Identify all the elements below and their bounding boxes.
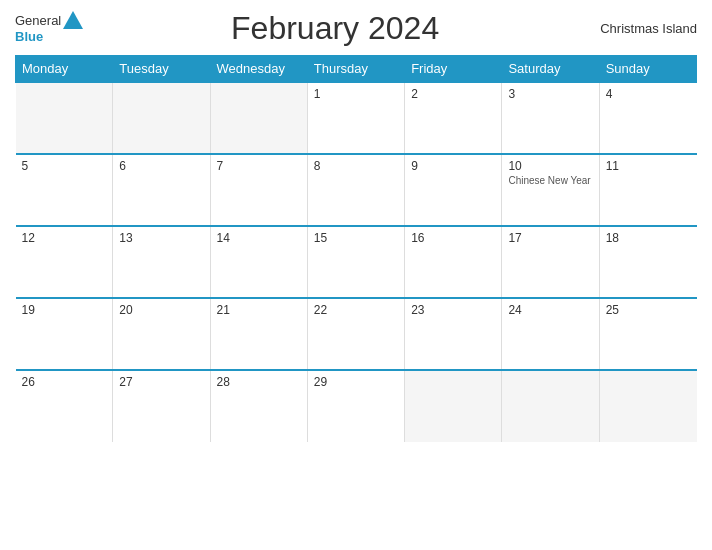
calendar-cell: 29 — [307, 370, 404, 442]
calendar-cell: 15 — [307, 226, 404, 298]
day-number: 18 — [606, 231, 691, 245]
calendar-cell: 7 — [210, 154, 307, 226]
calendar-cell: 18 — [599, 226, 696, 298]
calendar-cell: 8 — [307, 154, 404, 226]
calendar-cell: 11 — [599, 154, 696, 226]
calendar-cell — [113, 82, 210, 154]
day-number: 5 — [22, 159, 107, 173]
calendar-week-row: 26272829 — [16, 370, 697, 442]
header-thursday: Thursday — [307, 56, 404, 83]
day-number: 26 — [22, 375, 107, 389]
calendar-cell: 24 — [502, 298, 599, 370]
day-number: 20 — [119, 303, 203, 317]
calendar-header: General Blue February 2024 Christmas Isl… — [15, 10, 697, 47]
day-number: 2 — [411, 87, 495, 101]
day-number: 4 — [606, 87, 691, 101]
day-number: 12 — [22, 231, 107, 245]
calendar-cell: 3 — [502, 82, 599, 154]
calendar-week-row: 1234 — [16, 82, 697, 154]
calendar-week-row: 5678910Chinese New Year11 — [16, 154, 697, 226]
calendar-cell: 5 — [16, 154, 113, 226]
calendar-cell: 1 — [307, 82, 404, 154]
header-sunday: Sunday — [599, 56, 696, 83]
logo-text-general: General — [15, 13, 61, 29]
day-number: 27 — [119, 375, 203, 389]
header-monday: Monday — [16, 56, 113, 83]
day-number: 6 — [119, 159, 203, 173]
day-number: 11 — [606, 159, 691, 173]
header-tuesday: Tuesday — [113, 56, 210, 83]
weekday-header-row: Monday Tuesday Wednesday Thursday Friday… — [16, 56, 697, 83]
calendar-cell — [599, 370, 696, 442]
header-wednesday: Wednesday — [210, 56, 307, 83]
day-number: 3 — [508, 87, 592, 101]
calendar-cell — [502, 370, 599, 442]
day-number: 28 — [217, 375, 301, 389]
calendar-cell: 4 — [599, 82, 696, 154]
calendar-cell: 2 — [405, 82, 502, 154]
calendar-cell: 14 — [210, 226, 307, 298]
day-number: 13 — [119, 231, 203, 245]
day-number: 19 — [22, 303, 107, 317]
day-number: 15 — [314, 231, 398, 245]
day-number: 29 — [314, 375, 398, 389]
day-number: 10 — [508, 159, 592, 173]
calendar-cell: 27 — [113, 370, 210, 442]
day-number: 25 — [606, 303, 691, 317]
day-number: 23 — [411, 303, 495, 317]
calendar-cell: 6 — [113, 154, 210, 226]
calendar-week-row: 12131415161718 — [16, 226, 697, 298]
day-number: 14 — [217, 231, 301, 245]
logo-triangle-icon — [63, 11, 83, 29]
calendar-container: General Blue February 2024 Christmas Isl… — [0, 0, 712, 550]
location-label: Christmas Island — [587, 21, 697, 36]
day-number: 9 — [411, 159, 495, 173]
calendar-cell: 22 — [307, 298, 404, 370]
calendar-cell: 9 — [405, 154, 502, 226]
calendar-cell — [405, 370, 502, 442]
calendar-cell — [210, 82, 307, 154]
calendar-cell: 21 — [210, 298, 307, 370]
day-number: 22 — [314, 303, 398, 317]
logo-text-blue: Blue — [15, 29, 43, 45]
event-label: Chinese New Year — [508, 175, 592, 186]
calendar-cell: 10Chinese New Year — [502, 154, 599, 226]
calendar-cell: 16 — [405, 226, 502, 298]
day-number: 24 — [508, 303, 592, 317]
calendar-cell: 13 — [113, 226, 210, 298]
calendar-table: Monday Tuesday Wednesday Thursday Friday… — [15, 55, 697, 442]
calendar-cell: 28 — [210, 370, 307, 442]
day-number: 7 — [217, 159, 301, 173]
calendar-cell: 12 — [16, 226, 113, 298]
calendar-cell: 20 — [113, 298, 210, 370]
month-title: February 2024 — [83, 10, 587, 47]
calendar-cell: 26 — [16, 370, 113, 442]
calendar-cell: 23 — [405, 298, 502, 370]
calendar-cell: 25 — [599, 298, 696, 370]
calendar-cell: 19 — [16, 298, 113, 370]
day-number: 17 — [508, 231, 592, 245]
calendar-cell: 17 — [502, 226, 599, 298]
header-friday: Friday — [405, 56, 502, 83]
day-number: 8 — [314, 159, 398, 173]
day-number: 1 — [314, 87, 398, 101]
header-saturday: Saturday — [502, 56, 599, 83]
day-number: 21 — [217, 303, 301, 317]
day-number: 16 — [411, 231, 495, 245]
calendar-week-row: 19202122232425 — [16, 298, 697, 370]
logo: General Blue — [15, 13, 83, 45]
calendar-cell — [16, 82, 113, 154]
